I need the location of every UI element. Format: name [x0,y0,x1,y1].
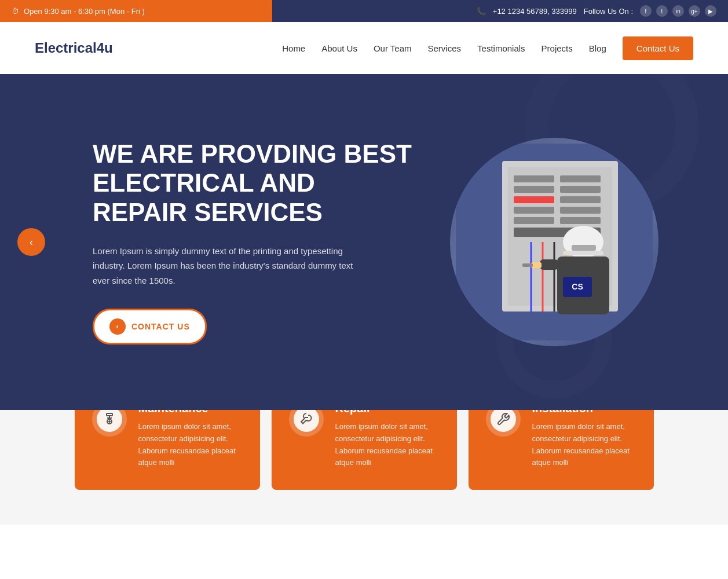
repair-desc: Lorem ipsum dolor sit amet, consectetur … [335,421,440,469]
follow-label: Follow Us On : [584,7,633,16]
maintenance-desc: Lorem ipsum dolor sit amet, consectetur … [138,421,243,469]
header: Electrical4u Home About Us Our Team Serv… [0,22,728,74]
nav-home[interactable]: Home [282,43,305,53]
hero-description: Lorem Ipsum is simply dummy text of the … [93,244,371,288]
facebook-icon[interactable]: f [640,5,652,17]
top-bar-hours: ⏱ Open 9:30 am - 6:30 pm (Mon - Fri ) [0,0,272,22]
hero-contact-button[interactable]: ‹ CONTACT US [93,309,207,345]
nav-testimonials[interactable]: Testimonials [477,43,525,53]
prev-arrow-icon: ‹ [30,236,33,248]
logo: Electrical4u [35,40,282,56]
top-bar-contact: 📞 +12 1234 56789, 333999 Follow Us On : … [272,0,728,22]
svg-rect-9 [514,207,554,214]
svg-rect-21 [572,245,596,251]
logo-text: Electrical4u [35,40,113,56]
maintenance-icon [97,406,122,432]
svg-rect-23 [540,259,558,270]
installation-desc: Lorem ipsum dolor sit amet, consectetur … [532,421,636,469]
nav-services[interactable]: Services [428,43,462,53]
svg-text:CS: CS [572,282,583,291]
hero-cta-label: CONTACT US [131,322,190,331]
installation-card-content: Installation Lorem ipsum dolor sit amet,… [532,402,636,469]
googleplus-icon[interactable]: g+ [689,5,700,17]
nav-contact-button[interactable]: Contact Us [623,36,693,60]
nav-projects[interactable]: Projects [542,43,573,53]
svg-rect-28 [107,413,112,416]
social-icons: f t in g+ ▶ [640,5,716,17]
hours-text: Open 9:30 am - 6:30 pm (Mon - Fri ) [24,7,145,16]
youtube-icon[interactable]: ▶ [705,5,716,17]
svg-rect-10 [560,207,601,214]
linkedin-icon[interactable]: in [672,5,684,17]
worker-illustration: CS [456,144,653,340]
top-bar: ⏱ Open 9:30 am - 6:30 pm (Mon - Fri ) 📞 … [0,0,728,22]
hero-image-placeholder: CS [450,138,659,346]
phone-number: +12 1234 56789, 333999 [493,7,577,16]
hero-cta-icon: ‹ [109,318,126,335]
hero-section: ‹ WE ARE PROVDING BEST ELECTRICAL AND RE… [0,74,728,410]
repair-icon [294,406,319,432]
svg-rect-20 [563,251,603,255]
svg-rect-12 [560,217,601,224]
hero-prev-arrow[interactable]: ‹ [17,228,45,256]
svg-rect-11 [514,217,554,224]
svg-rect-4 [560,175,601,182]
main-nav: Home About Us Our Team Services Testimon… [282,36,693,60]
svg-rect-3 [514,175,554,182]
svg-rect-5 [514,186,554,193]
nav-about[interactable]: About Us [321,43,357,53]
svg-rect-25 [522,263,533,267]
hero-title: WE ARE PROVDING BEST ELECTRICAL AND REPA… [93,140,415,228]
maintenance-card-content: Maintenance Lorem ipsum dolor sit amet, … [138,402,243,469]
repair-card-content: Repair Lorem ipsum dolor sit amet, conse… [335,402,440,469]
svg-rect-7 [514,196,554,203]
svg-rect-8 [560,196,601,203]
twitter-icon[interactable]: t [656,5,668,17]
clock-icon: ⏱ [12,7,19,16]
phone-icon: 📞 [477,7,486,16]
nav-team[interactable]: Our Team [374,43,412,53]
nav-blog[interactable]: Blog [589,43,606,53]
hero-text-block: WE ARE PROVDING BEST ELECTRICAL AND REPA… [93,140,415,345]
hero-image: CS [450,138,659,346]
hero-content: WE ARE PROVDING BEST ELECTRICAL AND REPA… [0,103,728,381]
installation-icon [491,406,516,432]
svg-rect-6 [560,186,601,193]
